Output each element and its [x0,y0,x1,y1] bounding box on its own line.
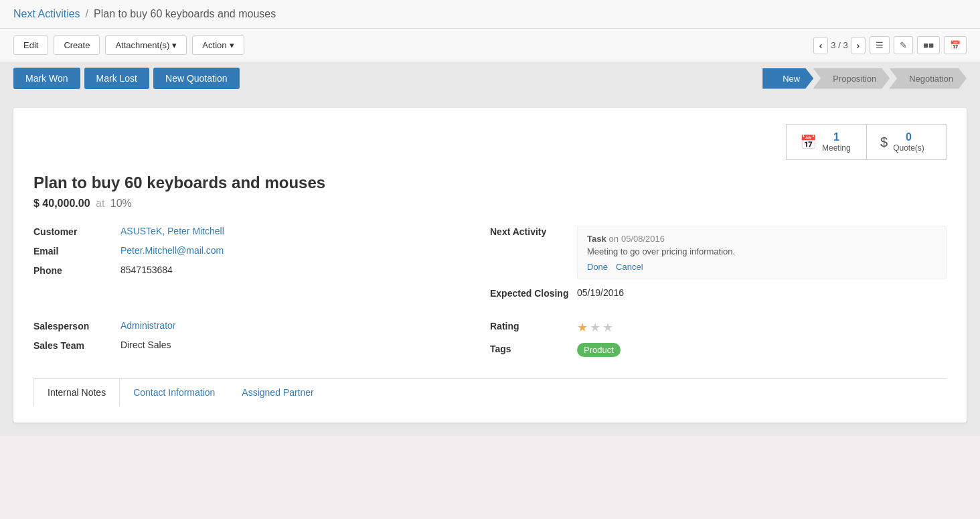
next-activity-block: Task on 05/08/2016 Meeting to go over pr… [577,226,947,279]
create-button[interactable]: Create [54,35,100,55]
done-link[interactable]: Done [587,262,608,272]
smart-btn-meeting[interactable]: 📅 1 Meeting [786,124,866,160]
mark-won-button[interactable]: Mark Won [13,68,80,89]
next-button[interactable]: › [851,37,866,54]
tab-assigned-partner[interactable]: Assigned Partner [228,379,327,407]
quotes-icon: $ [880,135,888,150]
record-amount: $ 40,000.00 at 10% [33,198,947,210]
action-button[interactable]: Action ▾ [192,35,244,55]
list-view-button[interactable]: ☰ [870,36,890,54]
quotes-count: 0 [893,131,924,143]
toolbar-right: ‹ 3 / 3 › ☰ ✎ ■■ 📅 [813,36,967,54]
record-card: 📅 1 Meeting $ 0 Quote(s) Plan to buy 60 … [13,108,967,423]
next-activity-actions: Done Cancel [587,262,936,272]
field-value: 8547153684 [120,265,173,275]
calendar-view-button[interactable]: 📅 [944,36,967,54]
at-text: at [96,198,104,209]
status-bar: Mark Won Mark Lost New Quotation NewProp… [0,62,980,94]
field-row-salesperson: Salesperson Administrator [33,320,470,331]
toolbar: Edit Create Attachment(s) ▾ Action ▾ ‹ 3… [0,29,980,62]
record-title: Plan to buy 60 keyboards and mouses [33,173,947,192]
stage-new[interactable]: New [762,68,813,89]
tab-contact-information[interactable]: Contact Information [120,379,228,407]
field-label: Phone [33,265,120,276]
rating-stars[interactable]: ★★★ [577,320,613,335]
page-indicator: 3 / 3 [831,40,847,50]
next-activity-label: Next Activity [490,226,577,237]
stage-proposition[interactable]: Proposition [813,68,890,89]
tags-label: Tags [490,343,577,354]
breadcrumb-current: Plan to buy 60 keyboards and mouses [94,8,276,20]
cancel-link[interactable]: Cancel [616,262,643,272]
attachments-button[interactable]: Attachment(s) ▾ [105,35,187,55]
tabs-bar: Internal NotesContact InformationAssigne… [33,378,947,406]
smart-buttons: 📅 1 Meeting $ 0 Quote(s) [33,124,947,160]
next-activity-task: Task [587,234,606,244]
meeting-count: 1 [822,131,851,143]
expected-closing-label: Expected Closing [490,287,577,299]
breadcrumb-link[interactable]: Next Activities [13,8,80,20]
fields-grid: Customer ASUSTeK, Peter Mitchell Email P… [33,226,947,307]
bottom-fields-grid: Salesperson Administrator Sales Team Dir… [33,320,947,365]
field-label: Customer [33,226,120,237]
action-dropdown-icon: ▾ [230,40,234,50]
tab-internal-notes[interactable]: Internal Notes [33,378,120,407]
next-activity-date: 05/08/2016 [621,234,665,244]
tag-badge[interactable]: Product [577,343,621,357]
page-nav: ‹ 3 / 3 › [813,37,866,54]
attachments-label: Attachment(s) [115,40,169,50]
breadcrumb-bar: Next Activities / Plan to buy 60 keyboar… [0,0,980,29]
rating-label: Rating [490,320,577,331]
field-row-customer: Customer ASUSTeK, Peter Mitchell [33,226,470,237]
amount-value: $ 40,000.00 [33,198,90,209]
rating-row: Rating ★★★ [490,320,947,335]
next-activity-desc: Meeting to go over pricing information. [587,246,936,256]
next-activity-task-info: Task on 05/08/2016 [587,233,936,244]
meeting-label: Meeting [822,143,851,153]
bottom-left-section: Salesperson Administrator Sales Team Dir… [33,320,490,365]
next-activity-on: on [609,234,619,244]
left-fields-section: Customer ASUSTeK, Peter Mitchell Email P… [33,226,490,307]
field-row-email: Email Peter.Mitchell@mail.com [33,245,470,256]
bottom-right-section: Rating ★★★ Tags Product [490,320,947,365]
star-2[interactable]: ★ [590,320,600,335]
mark-lost-button[interactable]: Mark Lost [84,68,149,89]
edit-view-button[interactable]: ✎ [894,36,913,54]
pipeline: NewPropositionNegotiation [763,68,967,89]
star-1[interactable]: ★ [577,320,588,335]
next-activity-row: Next Activity Task on 05/08/2016 Meeting… [490,226,947,279]
new-quotation-button[interactable]: New Quotation [153,68,240,89]
edit-button[interactable]: Edit [13,35,48,55]
field-value[interactable]: Peter.Mitchell@mail.com [120,245,224,256]
action-label: Action [202,40,226,50]
right-fields-section: Next Activity Task on 05/08/2016 Meeting… [490,226,947,307]
kanban-view-button[interactable]: ■■ [917,36,940,54]
prev-button[interactable]: ‹ [813,37,829,54]
attachments-dropdown-icon: ▾ [172,40,177,50]
smart-btn-quotes[interactable]: $ 0 Quote(s) [866,124,947,160]
field-label: Sales Team [33,340,120,351]
expected-closing-value: 05/19/2016 [577,287,624,298]
field-row-phone: Phone 8547153684 [33,265,470,276]
field-value: Direct Sales [120,340,171,350]
field-row-sales-team: Sales Team Direct Sales [33,340,470,351]
meeting-icon: 📅 [800,134,817,150]
field-value[interactable]: ASUSTeK, Peter Mitchell [120,226,224,236]
breadcrumb-separator: / [86,8,88,20]
percent-value: 10% [110,198,132,209]
expected-closing-row: Expected Closing 05/19/2016 [490,287,947,299]
main-wrapper: 📅 1 Meeting $ 0 Quote(s) Plan to buy 60 … [0,94,980,436]
field-label: Salesperson [33,320,120,331]
field-label: Email [33,245,120,256]
tags-row: Tags Product [490,343,947,357]
quotes-label: Quote(s) [893,143,924,153]
stage-negotiation[interactable]: Negotiation [889,68,967,89]
field-value[interactable]: Administrator [120,320,175,331]
star-3[interactable]: ★ [602,320,613,335]
